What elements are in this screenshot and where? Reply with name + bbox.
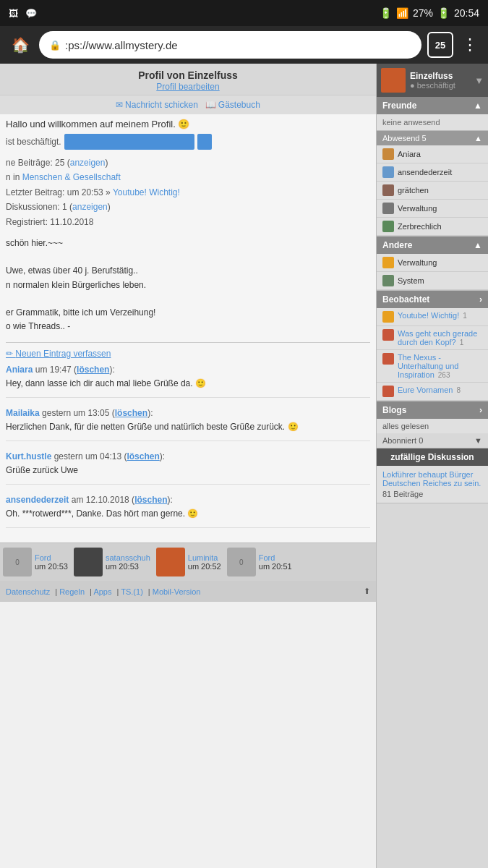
book-icon: 📖 (205, 100, 216, 110)
entry-author-link[interactable]: Kurt.hustle (6, 451, 51, 461)
friends-chevron-icon: ▲ (474, 101, 482, 111)
sidebar-item[interactable]: Aniara (377, 145, 488, 163)
posts-label: ne (6, 158, 18, 168)
other-header: Andere ▲ (377, 237, 488, 254)
status-line: ist beschäftigt. (6, 137, 61, 147)
entry-author-link[interactable]: Aniara (6, 365, 33, 375)
footer-avatar (156, 548, 185, 576)
delete-entry-link[interactable]: löschen (115, 408, 147, 418)
profile-title: Profil von Einzelfuss (3, 69, 373, 81)
sidebar-item[interactable]: Zerbrechlich (377, 218, 488, 236)
profile-info: ne Beiträge: 25 (anzeigen) n in Menschen… (6, 156, 370, 229)
status-bar: 🖼 💬 🔋 📶 27% 🔋 20:54 (0, 0, 488, 26)
last-post-info: Letzter Beitrag: um 20:53 » Youtube! Wic… (6, 185, 370, 200)
signal-icon: 📶 (396, 7, 408, 19)
watched-item-icon (382, 329, 394, 341)
footer-username: satansschuh (106, 553, 150, 562)
entry-text: Herzlichen Dank, für die netten Grüße un… (6, 420, 370, 433)
entry-text: Grüße zurück Uwe (6, 464, 370, 477)
footer-user-time: um 20:52 (188, 562, 221, 571)
regeln-link[interactable]: Regeln (59, 587, 85, 596)
guestbook-entry: ansendederzeit am 12.10.2018 (löschen): … (6, 495, 370, 528)
footer-avatar (74, 548, 103, 576)
entry-author-link[interactable]: ansendederzeit (6, 495, 69, 505)
url-text: :ps://www.allmystery.de (65, 39, 178, 51)
blogs-sub-chevron-icon: ▼ (474, 436, 482, 445)
user-avatar (382, 148, 394, 160)
sidebar-item[interactable]: ansendederzeit (377, 163, 488, 182)
user-avatar (382, 275, 394, 286)
footer-user-time: um 20:53 (35, 562, 68, 571)
sidebar-item[interactable]: Verwaltung (377, 200, 488, 218)
watched-item-icon (382, 386, 394, 397)
progress-end (197, 134, 212, 150)
discussions-link[interactable]: anzeigen (72, 202, 108, 212)
sidebar-user-card[interactable]: Einzelfuss ● beschäftigt ▼ (377, 64, 488, 97)
right-sidebar: Einzelfuss ● beschäftigt ▼ Freunde ▲ kei… (376, 64, 488, 868)
random-disc-link[interactable]: Lokführer behaupt Bürger Deutschen Reich… (382, 470, 481, 488)
guestbook-link[interactable]: 📖 Gästebuch (205, 100, 260, 110)
user-avatar (382, 257, 394, 268)
url-bar[interactable]: 🔒 :ps://www.allmystery.de (39, 31, 421, 59)
new-entry-link[interactable]: ✏ Neuen Eintrag verfassen (6, 349, 370, 359)
watched-item[interactable]: Youtube! Wichtig! 1 (377, 308, 488, 326)
sidebar-item[interactable]: System (377, 272, 488, 290)
absent-chevron-icon: ▲ (474, 134, 482, 142)
pencil-icon: ✏ (6, 349, 15, 359)
friends-header: Freunde ▲ (377, 97, 488, 114)
sidebar-friends-section: Freunde ▲ keine anwesend (377, 97, 488, 131)
footer-username: Ford (35, 553, 68, 562)
category-link[interactable]: Menschen & Gesellschaft (22, 172, 121, 182)
sidebar-random-discussion: zufällige Diskussion Lokführer behaupt B… (377, 448, 488, 503)
mobil-link[interactable]: Mobil-Version (153, 587, 201, 596)
scroll-top-icon[interactable]: ⬆ (364, 587, 370, 596)
user-avatar (382, 203, 394, 214)
battery-charging-icon: 🔋 (380, 7, 392, 19)
footer-user: 0 Ford um 20:51 (227, 548, 292, 576)
apps-link[interactable]: Apps (93, 587, 111, 596)
sidebar-item[interactable]: grätchen (377, 182, 488, 200)
clock-time: 20:54 (454, 7, 479, 19)
entry-author-link[interactable]: Mailaika (6, 408, 40, 418)
battery-percent: 27% (413, 7, 433, 19)
home-button[interactable]: 🏠 (7, 32, 33, 58)
ts-link[interactable]: TS.(1) (121, 587, 143, 596)
left-content: Profil von Einzelfuss Profil bearbeiten … (0, 64, 376, 868)
profile-header: Profil von Einzelfuss Profil bearbeiten (0, 64, 376, 95)
entry-text: Hey, dann lasse ich dir auch mal liebe G… (6, 377, 370, 390)
lock-icon: 🔒 (49, 40, 61, 51)
datenschutz-link[interactable]: Datenschutz (6, 587, 50, 596)
random-disc-content: Lokführer behaupt Bürger Deutschen Reich… (377, 466, 488, 503)
guestbook-entry: Kurt.hustle gestern um 04:13 (löschen): … (6, 451, 370, 485)
last-post-link[interactable]: Youtube! Wichtig! (113, 187, 180, 197)
delete-entry-link[interactable]: löschen (77, 365, 109, 375)
watched-chevron-icon: › (479, 294, 482, 305)
envelope-icon: ✉ (116, 100, 123, 110)
sidebar-item[interactable]: Verwaltung (377, 254, 488, 272)
posts-show-link[interactable]: anzeigen (70, 158, 106, 168)
guestbook-section: ✏ Neuen Eintrag verfassen Aniara um 19:4… (6, 342, 370, 528)
delete-entry-link[interactable]: löschen (134, 495, 167, 505)
sidebar-avatar (381, 68, 406, 93)
watched-header: Beobachtet › (377, 291, 488, 308)
user-avatar (382, 221, 394, 232)
registered-info: Registriert: 11.10.2018 (6, 215, 370, 229)
entry-header: Mailaika gestern um 13:05 (löschen): (6, 408, 370, 418)
watched-item[interactable]: Eure Vornamen 8 (377, 383, 488, 401)
message-link[interactable]: ✉ Nachricht schicken (116, 100, 198, 110)
watched-item[interactable]: Was geht euch gerade durch den Kopf? 1 (377, 326, 488, 350)
browser-bar: 🏠 🔒 :ps://www.allmystery.de 25 ⋮ (0, 26, 488, 64)
tab-count-button[interactable]: 25 (427, 32, 453, 58)
profile-edit-link[interactable]: Profil bearbeiten (156, 82, 219, 92)
entry-header: Aniara um 19:47 (löschen): (6, 365, 370, 375)
profile-actions: ✉ Nachricht schicken 📖 Gästebuch (0, 95, 376, 114)
profile-greeting: Hallo und willkommen auf meinem Profil. … (6, 119, 370, 129)
delete-entry-link[interactable]: löschen (127, 451, 159, 461)
profile-body: Hallo und willkommen auf meinem Profil. … (0, 114, 376, 542)
posts-count-label: Beiträge: 25 ( (18, 158, 70, 168)
other-chevron-icon: ▲ (474, 240, 482, 250)
footer-avatar: 0 (3, 548, 32, 576)
footer-username: Ford (259, 553, 292, 562)
watched-item[interactable]: The Nexus - Unterhaltung und Inspiration… (377, 350, 488, 383)
browser-menu-button[interactable]: ⋮ (459, 33, 481, 57)
